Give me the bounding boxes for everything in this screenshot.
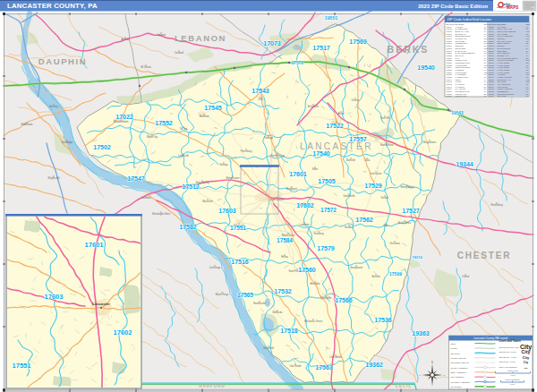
svg-text:17605: 17605 — [489, 69, 495, 71]
svg-text:KIRKWOOD: KIRKWOOD — [456, 72, 467, 73]
svg-text:17538: 17538 — [447, 76, 453, 78]
svg-text:17602: 17602 — [296, 202, 314, 209]
svg-text:BAINBRIDGE: BAINBRIDGE — [456, 28, 468, 30]
svg-text:County: County — [451, 347, 459, 350]
svg-text:REINHOLDS: REINHOLDS — [498, 42, 510, 44]
svg-text:LEBANON: LEBANON — [175, 33, 226, 43]
svg-text:17565: 17565 — [237, 292, 253, 298]
svg-text:Primary Streets: Primary Streets — [451, 357, 467, 360]
svg-text:HONEY BROOK: HONEY BROOK — [498, 76, 513, 78]
svg-text:LAMPETER: LAMPETER — [456, 73, 467, 75]
svg-text:17529: 17529 — [447, 62, 453, 64]
svg-text:NARVON: NARVON — [498, 26, 507, 28]
svg-text:BROWNSTOWN: BROWNSTOWN — [456, 35, 471, 37]
svg-text:LANDISVILLE: LANDISVILLE — [456, 76, 469, 78]
svg-text:CHRISTIANA: CHRISTIANA — [456, 38, 468, 39]
svg-text:17566: 17566 — [489, 40, 495, 42]
svg-text:ROBESONIA: ROBESONIA — [498, 90, 510, 92]
svg-text:ADAMSTOWN: ADAMSTOWN — [498, 83, 511, 85]
svg-text:COLUMBIA: COLUMBIA — [456, 40, 466, 42]
svg-text:17566: 17566 — [335, 297, 353, 303]
svg-text:17537: 17537 — [447, 73, 453, 75]
svg-text:PEQUEA: PEQUEA — [498, 38, 507, 39]
svg-text:LANCASTER: LANCASTER — [498, 72, 510, 73]
svg-text:17527: 17527 — [447, 57, 453, 59]
svg-text:19310: 19310 — [412, 255, 422, 260]
svg-text:17518: 17518 — [447, 47, 453, 49]
svg-text:Scale in Kilometers: Scale in Kilometers — [506, 379, 520, 380]
svg-text:HARFORD: HARFORD — [199, 384, 226, 388]
svg-text:17579: 17579 — [489, 52, 495, 54]
svg-text:STEVENS: STEVENS — [498, 50, 507, 52]
svg-text:17601: 17601 — [289, 171, 307, 177]
svg-text:19543: 19543 — [451, 111, 464, 115]
svg-text:17522: 17522 — [326, 123, 344, 129]
svg-text:G10: G10 — [526, 59, 531, 61]
svg-text:17536: 17536 — [447, 72, 453, 73]
svg-text:19543: 19543 — [489, 88, 495, 89]
svg-text:17508: 17508 — [447, 35, 453, 37]
svg-text:17528: 17528 — [447, 59, 453, 61]
svg-text:17602: 17602 — [489, 64, 495, 66]
svg-text:US Highways: US Highways — [451, 376, 465, 379]
svg-text:LANCASTER: LANCASTER — [498, 64, 510, 66]
svg-text:CONESTOGA: CONESTOGA — [456, 42, 469, 44]
svg-text:17516: 17516 — [231, 259, 249, 265]
svg-text:17603: 17603 — [44, 293, 63, 301]
svg-text:17551: 17551 — [12, 362, 31, 370]
svg-text:17562: 17562 — [489, 33, 495, 35]
svg-text:17516: 17516 — [447, 42, 453, 44]
svg-text:17563: 17563 — [315, 364, 333, 371]
svg-text:17512: 17512 — [182, 183, 200, 190]
svg-text:19501: 19501 — [489, 83, 495, 85]
svg-text:County Highways: County Highways — [451, 367, 469, 370]
svg-text:17529: 17529 — [364, 183, 382, 189]
svg-text:19344: 19344 — [456, 161, 473, 167]
svg-text:City: City — [524, 361, 529, 364]
svg-text:17569: 17569 — [489, 42, 495, 44]
svg-text:Grid: Grid — [526, 23, 531, 25]
svg-text:17579: 17579 — [317, 245, 335, 251]
svg-text:LEOLA: LEOLA — [456, 79, 463, 81]
svg-text:RONKS: RONKS — [498, 45, 506, 47]
svg-text:17509: 17509 — [447, 38, 453, 39]
svg-text:ZIP Name: ZIP Name — [498, 23, 507, 25]
svg-text:17527: 17527 — [402, 208, 420, 214]
svg-text:17608: 17608 — [489, 72, 495, 73]
svg-text:17512: 17512 — [447, 40, 453, 42]
svg-text:17540: 17540 — [312, 150, 330, 157]
svg-text:17519: 17519 — [447, 50, 453, 52]
svg-text:G12: G12 — [484, 47, 489, 49]
svg-text:19362: 19362 — [489, 79, 495, 81]
svg-text:17576: 17576 — [489, 47, 495, 49]
svg-text:ZIP Code Index/Grid Locator: ZIP Code Index/Grid Locator — [448, 17, 492, 21]
svg-text:17602: 17602 — [113, 328, 132, 337]
svg-text:17572: 17572 — [320, 207, 337, 213]
svg-text:STRASBURG: STRASBURG — [498, 52, 510, 54]
svg-text:17518: 17518 — [280, 328, 298, 334]
svg-text:19363: 19363 — [412, 330, 430, 337]
svg-text:Scale in Miles: Scale in Miles — [507, 370, 518, 371]
svg-text:ZIP Code: ZIP Code — [447, 23, 456, 25]
svg-text:EAST EARL: EAST EARL — [456, 50, 467, 52]
svg-text:17547: 17547 — [447, 86, 453, 88]
svg-text:SINKING SPRING: SINKING SPRING — [498, 93, 515, 95]
svg-text:17557: 17557 — [489, 28, 495, 30]
svg-text:LITITZ: LITITZ — [456, 81, 462, 82]
svg-text:READING: READING — [498, 95, 507, 97]
svg-text:17584: 17584 — [489, 59, 495, 61]
svg-text:19540: 19540 — [417, 64, 435, 71]
svg-text:17565: 17565 — [489, 38, 495, 39]
svg-text:DRUMORE: DRUMORE — [456, 47, 466, 49]
svg-text:BIRD IN HAND: BIRD IN HAND — [456, 30, 470, 32]
svg-text:MAPS: MAPS — [507, 5, 518, 10]
svg-text:BERKS: BERKS — [388, 44, 430, 55]
svg-text:17547: 17547 — [127, 175, 145, 182]
svg-text:17578: 17578 — [489, 50, 495, 52]
svg-text:Toll Roads: Toll Roads — [451, 386, 462, 388]
svg-text:17502: 17502 — [93, 144, 111, 150]
svg-text:17560: 17560 — [298, 267, 316, 273]
svg-text:17073: 17073 — [263, 40, 281, 47]
svg-text:ZIP Code: ZIP Code — [489, 23, 498, 25]
svg-text:17502: 17502 — [447, 28, 453, 30]
